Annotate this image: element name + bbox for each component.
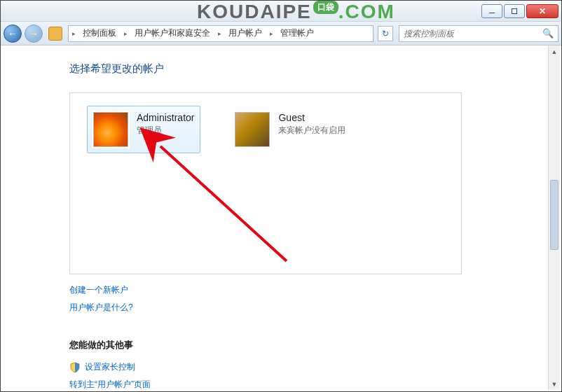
search-box[interactable]: 🔍: [399, 25, 558, 42]
search-input[interactable]: [404, 29, 542, 38]
shield-icon: [69, 362, 81, 373]
scroll-thumb[interactable]: [550, 180, 558, 250]
link-create-account[interactable]: 创建一个新帐户: [69, 284, 561, 296]
account-role: 管理员: [137, 125, 194, 136]
account-labels: Administrator 管理员: [137, 112, 194, 147]
chevron-right-icon[interactable]: ▸: [121, 26, 130, 41]
page-title: 选择希望更改的帐户: [69, 62, 561, 76]
toolbar: ← → ▸ 控制面板 ▸ 用户帐户和家庭安全 ▸ 用户帐户 ▸ 管理帐户 ↻ 🔍: [1, 22, 561, 46]
minimize-icon: [489, 13, 495, 13]
control-panel-icon: [48, 27, 62, 41]
refresh-icon: ↻: [382, 29, 389, 38]
refresh-button[interactable]: ↻: [378, 26, 393, 41]
account-labels: Guest 来宾帐户没有启用: [278, 112, 345, 147]
account-role: 来宾帐户没有启用: [278, 125, 345, 136]
breadcrumb-item-user-accounts[interactable]: 用户帐户: [224, 26, 266, 41]
avatar: [235, 112, 270, 147]
maximize-icon: [512, 8, 517, 14]
arrow-left-icon: ←: [8, 28, 18, 39]
account-name: Guest: [278, 112, 345, 123]
search-icon[interactable]: 🔍: [542, 28, 554, 38]
avatar: [93, 112, 128, 147]
breadcrumb: ▸ 控制面板 ▸ 用户帐户和家庭安全 ▸ 用户帐户 ▸ 管理帐户: [68, 25, 373, 42]
account-guest[interactable]: Guest 来宾帐户没有启用: [228, 106, 352, 153]
forward-button[interactable]: →: [25, 24, 43, 43]
scroll-down-button[interactable]: ▼: [549, 378, 560, 390]
close-button[interactable]: ✕: [526, 4, 558, 18]
window-titlebar: ✕: [1, 1, 561, 22]
arrow-right-icon: →: [29, 28, 39, 39]
link-main-user-accounts[interactable]: 转到主“用户帐户”页面: [69, 379, 561, 391]
accounts-panel: Administrator 管理员 Guest 来宾帐户没有启用: [69, 92, 462, 274]
chevron-right-icon[interactable]: ▸: [69, 26, 78, 41]
vertical-scrollbar[interactable]: ▲ ▼: [548, 46, 560, 390]
minimize-button[interactable]: [481, 4, 502, 18]
close-icon: ✕: [539, 6, 546, 16]
chevron-right-icon[interactable]: ▸: [266, 26, 276, 41]
scroll-up-button[interactable]: ▲: [549, 46, 560, 57]
breadcrumb-item-control-panel[interactable]: 控制面板: [78, 26, 121, 41]
back-button[interactable]: ←: [4, 24, 22, 43]
other-actions: 设置家长控制 转到主“用户帐户”页面: [69, 361, 561, 391]
content-area: 选择希望更改的帐户 Administrator 管理员 Guest 来宾帐户没有…: [1, 46, 561, 391]
breadcrumb-item-user-accounts-family[interactable]: 用户帐户和家庭安全: [130, 26, 214, 41]
chevron-right-icon[interactable]: ▸: [214, 26, 224, 41]
other-actions-title: 您能做的其他事: [69, 339, 561, 351]
account-administrator[interactable]: Administrator 管理员: [87, 106, 200, 153]
maximize-button[interactable]: [504, 4, 525, 18]
link-parental-controls[interactable]: 设置家长控制: [85, 361, 135, 373]
account-name: Administrator: [137, 112, 194, 123]
breadcrumb-item-manage-accounts[interactable]: 管理帐户: [276, 26, 318, 41]
link-what-is-account[interactable]: 用户帐户是什么?: [69, 302, 561, 314]
account-actions: 创建一个新帐户 用户帐户是什么?: [69, 284, 561, 314]
